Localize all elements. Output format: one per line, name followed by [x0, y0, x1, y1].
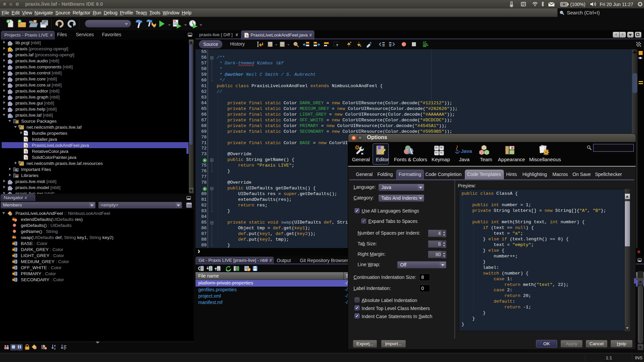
- svg-text:Z: Z: [54, 347, 56, 350]
- svg-text:Q: Q: [435, 146, 437, 148]
- svg-text:S: S: [440, 152, 442, 154]
- svg-text:A: A: [54, 344, 56, 347]
- svg-text:Java: Java: [461, 148, 472, 154]
- svg-text:A: A: [407, 146, 414, 156]
- svg-text:W: W: [440, 146, 442, 148]
- svg-text:A: A: [435, 152, 437, 154]
